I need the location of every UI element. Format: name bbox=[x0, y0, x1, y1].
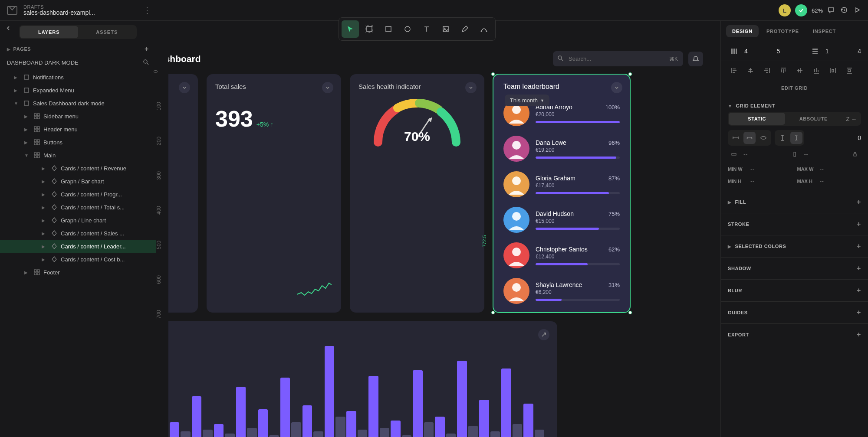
grid-val2[interactable]: 5 bbox=[776, 48, 780, 55]
layer-row[interactable]: ▶Cards / content / Revenue bbox=[0, 162, 156, 175]
min-h-value[interactable]: -- bbox=[750, 178, 754, 185]
layer-row[interactable]: ▶Expanded Menu bbox=[0, 84, 156, 97]
grid-val4[interactable]: 4 bbox=[858, 48, 861, 55]
chevron-down-icon[interactable]: ▼ bbox=[728, 104, 733, 108]
image-tool[interactable] bbox=[437, 20, 454, 38]
chevron-icon[interactable]: ▶ bbox=[42, 257, 48, 262]
chevron-right-icon[interactable]: ▶ bbox=[728, 200, 732, 205]
rotation-value[interactable]: 0 bbox=[858, 134, 861, 141]
pen-tool[interactable] bbox=[456, 20, 473, 38]
layer-row[interactable]: ▼Main bbox=[0, 149, 156, 162]
expand-chart-button[interactable] bbox=[538, 329, 549, 340]
text-tool[interactable] bbox=[418, 20, 435, 38]
search-input[interactable] bbox=[553, 51, 683, 66]
chevron-icon[interactable]: ▶ bbox=[14, 75, 20, 80]
period-select[interactable]: This month ▼ bbox=[505, 95, 549, 106]
layer-row[interactable]: ▶Cards / content / Leader... bbox=[0, 240, 156, 253]
max-w-value[interactable]: -- bbox=[820, 166, 824, 173]
min-w-value[interactable]: -- bbox=[750, 166, 754, 173]
chevron-icon[interactable]: ▶ bbox=[24, 140, 30, 145]
chevron-icon[interactable]: ▼ bbox=[14, 101, 20, 106]
add-button[interactable]: + bbox=[857, 198, 861, 206]
align-middle-icon[interactable] bbox=[794, 65, 806, 77]
chevron-icon[interactable]: ▶ bbox=[42, 244, 48, 249]
file-menu-button[interactable]: ⋮ bbox=[143, 6, 151, 15]
health-menu[interactable] bbox=[465, 82, 477, 93]
page-item[interactable]: DASHBOARD DARK MODE bbox=[0, 56, 156, 69]
selection-handle[interactable] bbox=[628, 311, 632, 314]
frame-tool[interactable] bbox=[361, 20, 378, 38]
max-h-value[interactable]: -- bbox=[820, 178, 824, 185]
layer-row[interactable]: ▶Header menu bbox=[0, 123, 156, 136]
grid-cols[interactable]: 4 bbox=[744, 48, 748, 55]
back-button[interactable] bbox=[5, 25, 16, 36]
align-top-icon[interactable] bbox=[777, 65, 789, 77]
app-logo[interactable] bbox=[5, 3, 19, 17]
chevron-icon[interactable]: ▼ bbox=[24, 153, 30, 158]
chevron-icon[interactable]: ▶ bbox=[42, 205, 48, 210]
add-button[interactable]: + bbox=[857, 242, 861, 250]
absolute-button[interactable]: ABSOLUTE bbox=[785, 113, 842, 125]
chevron-icon[interactable]: ▶ bbox=[24, 114, 30, 119]
layer-row[interactable]: ▼Sales Dashboard dark mode bbox=[0, 97, 156, 110]
z-index-field[interactable]: Z-- bbox=[842, 113, 860, 125]
tab-layers[interactable]: LAYERS bbox=[20, 26, 78, 38]
chevron-right-icon[interactable]: ▶ bbox=[728, 244, 732, 249]
add-button[interactable]: + bbox=[857, 264, 861, 272]
lock-ratio-icon[interactable] bbox=[849, 148, 861, 160]
rows-icon[interactable] bbox=[809, 45, 821, 57]
layer-row[interactable]: ▶Sidebar menu bbox=[0, 110, 156, 123]
v-fixed-icon[interactable] bbox=[776, 132, 789, 144]
height-value[interactable]: -- bbox=[804, 151, 808, 158]
edit-grid-button[interactable]: EDIT GRID bbox=[721, 80, 868, 96]
tab-prototype[interactable]: PROTOTYPE bbox=[760, 25, 805, 37]
distribute-v-icon[interactable] bbox=[843, 65, 855, 77]
layer-row[interactable]: ▶Cards / content / Total s... bbox=[0, 201, 156, 214]
distribute-h-icon[interactable] bbox=[827, 65, 839, 77]
user-avatar-2[interactable] bbox=[795, 4, 807, 16]
h-fill-icon[interactable] bbox=[743, 132, 756, 144]
comments-icon[interactable] bbox=[827, 6, 836, 15]
file-name[interactable]: sales-dashboard-exampl... bbox=[23, 10, 95, 16]
leaderboard-card[interactable]: Team leaderboard Adnan Arroyo€20,000100%… bbox=[493, 74, 630, 313]
h-hug-icon[interactable] bbox=[757, 132, 769, 144]
layer-row[interactable]: ▶Notifications bbox=[0, 71, 156, 84]
align-right-icon[interactable] bbox=[761, 65, 773, 77]
canvas[interactable]: ashboard ⌘K Revenue .00 +15% ↑ Total sal… bbox=[168, 21, 720, 437]
ellipse-tool[interactable] bbox=[399, 20, 416, 38]
add-button[interactable]: + bbox=[857, 331, 861, 339]
curve-tool[interactable] bbox=[475, 20, 493, 38]
static-button[interactable]: STATIC bbox=[729, 113, 785, 125]
chevron-icon[interactable]: ▶ bbox=[42, 231, 48, 236]
add-button[interactable]: + bbox=[857, 220, 861, 228]
selection-handle[interactable] bbox=[628, 72, 632, 76]
chevron-icon[interactable]: ▶ bbox=[24, 270, 30, 275]
chevron-icon[interactable]: ▶ bbox=[42, 192, 48, 197]
leaderboard-menu[interactable] bbox=[611, 82, 622, 93]
layer-row[interactable]: ▶Graph / Bar chart bbox=[0, 175, 156, 188]
chevron-icon[interactable]: ▶ bbox=[42, 166, 48, 171]
layer-row[interactable]: ▶Buttons bbox=[0, 136, 156, 149]
play-icon[interactable] bbox=[853, 6, 862, 15]
layer-row[interactable]: ▶Cards / content / Cost b... bbox=[0, 253, 156, 266]
rectangle-tool[interactable] bbox=[380, 20, 397, 38]
width-value[interactable]: -- bbox=[743, 151, 747, 158]
selection-handle[interactable] bbox=[491, 311, 495, 314]
chevron-icon[interactable]: ▶ bbox=[42, 179, 48, 184]
layer-row[interactable]: ▶Cards / content / Progr... bbox=[0, 188, 156, 201]
revenue-menu[interactable] bbox=[179, 82, 190, 93]
tab-inspect[interactable]: INSPECT bbox=[807, 25, 842, 37]
chevron-icon[interactable]: ▶ bbox=[14, 88, 20, 93]
history-icon[interactable] bbox=[840, 6, 849, 15]
layer-row[interactable]: ▶Cards / content / Sales ... bbox=[0, 227, 156, 240]
add-button[interactable]: + bbox=[857, 287, 861, 294]
add-page-button[interactable]: + bbox=[145, 45, 149, 53]
chevron-right-icon[interactable]: ▶ bbox=[7, 47, 11, 52]
align-left-icon[interactable] bbox=[728, 65, 740, 77]
add-button[interactable]: + bbox=[857, 309, 861, 316]
total-sales-menu[interactable] bbox=[322, 82, 333, 93]
v-fill-icon[interactable] bbox=[790, 132, 802, 144]
h-fixed-icon[interactable] bbox=[730, 132, 742, 144]
chevron-icon[interactable]: ▶ bbox=[42, 218, 48, 223]
layer-row[interactable]: ▶Footer bbox=[0, 266, 156, 279]
